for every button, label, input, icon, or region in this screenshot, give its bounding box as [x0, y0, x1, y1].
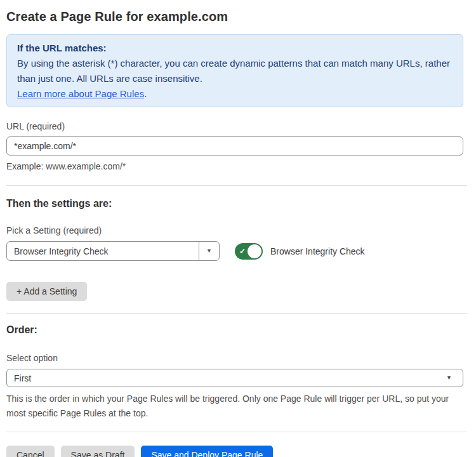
url-match-info-box: If the URL matches: By using the asteris…	[6, 34, 463, 107]
page-title: Create a Page Rule for example.com	[6, 8, 467, 25]
order-heading: Order:	[6, 324, 467, 336]
order-help-text: This is the order in which your Page Rul…	[6, 392, 467, 421]
footer-divider	[6, 432, 467, 432]
section-divider	[6, 313, 467, 314]
section-divider	[6, 185, 467, 186]
footer-actions: Cancel Save as Draft Save and Deploy Pag…	[6, 446, 467, 457]
cancel-button[interactable]: Cancel	[6, 446, 55, 457]
order-select[interactable]: First ▼	[6, 369, 463, 387]
check-icon: ✓	[239, 246, 246, 255]
info-box-heading: If the URL matches:	[17, 41, 453, 56]
chevron-down-icon[interactable]: ▼	[199, 242, 219, 260]
order-select-value: First	[14, 373, 31, 383]
info-box-body: By using the asterisk (*) character, you…	[17, 56, 453, 86]
url-label: URL (required)	[6, 121, 467, 132]
setting-toggle-switch[interactable]: ✓	[235, 243, 263, 260]
setting-dropdown[interactable]: Browser Integrity Check ▼	[6, 241, 220, 261]
settings-heading: Then the settings are:	[6, 197, 467, 210]
save-and-deploy-button[interactable]: Save and Deploy Page Rule	[141, 446, 273, 457]
setting-toggle-label: Browser Integrity Check	[270, 246, 365, 256]
url-input[interactable]	[6, 136, 463, 156]
toggle-knob	[248, 244, 261, 258]
add-setting-button[interactable]: + Add a Setting	[6, 282, 87, 301]
info-box-link-line: Learn more about Page Rules.	[17, 86, 453, 102]
learn-more-page-rules-link[interactable]: Learn more about Page Rules	[17, 88, 144, 99]
save-as-draft-button[interactable]: Save as Draft	[61, 446, 135, 457]
link-period: .	[144, 88, 147, 99]
setting-row: Browser Integrity Check ▼ ✓ Browser Inte…	[6, 241, 467, 261]
order-select-label: Select option	[6, 352, 467, 364]
pick-setting-label: Pick a Setting (required)	[6, 225, 467, 236]
chevron-down-icon: ▼	[446, 375, 452, 381]
create-page-rule-form: Create a Page Rule for example.com If th…	[0, 0, 476, 457]
url-example-text: Example: www.example.com/*	[6, 159, 467, 174]
setting-dropdown-value: Browser Integrity Check	[7, 242, 199, 260]
